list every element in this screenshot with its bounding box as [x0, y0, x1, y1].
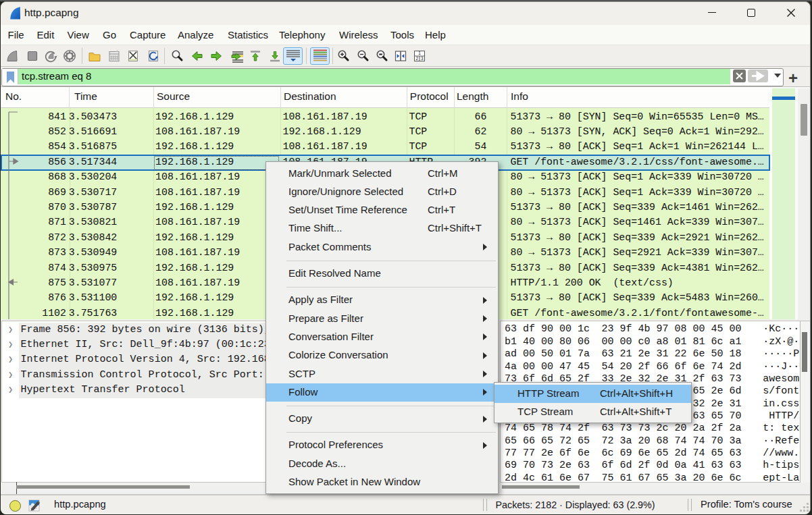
svg-text:2: 2	[416, 56, 419, 61]
svg-text:1: 1	[418, 51, 421, 55]
svg-text:3: 3	[421, 56, 424, 61]
